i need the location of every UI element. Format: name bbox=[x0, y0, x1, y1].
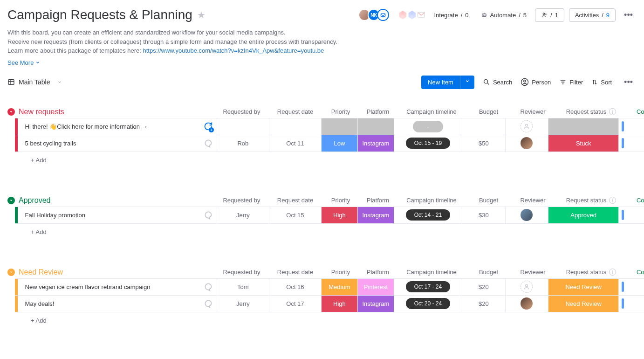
see-more-button[interactable]: See More bbox=[7, 59, 40, 66]
cell-conn[interactable] bbox=[619, 207, 644, 223]
toolbar-more-button[interactable]: ••• bbox=[620, 76, 637, 89]
new-item-button[interactable]: New Item bbox=[421, 76, 460, 89]
cell-request-date[interactable]: Oct 16 bbox=[269, 279, 322, 295]
cell-request-date[interactable]: Oct 17 bbox=[269, 296, 322, 312]
cell-request-date[interactable] bbox=[269, 118, 322, 135]
cell-requested-by[interactable]: Jerry bbox=[217, 207, 269, 223]
cell-status[interactable]: Approved bbox=[548, 207, 619, 223]
reviewer-avatar[interactable] bbox=[521, 137, 533, 149]
activities-button[interactable]: Activities / 9 bbox=[569, 8, 616, 22]
cell-reviewer[interactable] bbox=[506, 279, 549, 295]
timeline-pill[interactable]: - bbox=[413, 121, 443, 132]
col-timeline[interactable]: Campaign timeline bbox=[397, 108, 466, 115]
cell-request-date[interactable]: Oct 15 bbox=[269, 207, 322, 223]
cell-priority[interactable]: Low bbox=[322, 135, 358, 152]
add-item-row[interactable]: + Add bbox=[15, 312, 644, 329]
integrate-button[interactable]: Integrate / 0 bbox=[430, 9, 472, 21]
item-name[interactable]: May deals! bbox=[25, 300, 55, 307]
item-name[interactable]: 5 best cycling trails bbox=[25, 140, 76, 147]
group-title[interactable]: Need Review bbox=[19, 268, 63, 276]
cell-priority[interactable] bbox=[322, 118, 358, 135]
members-avatars[interactable]: NK bbox=[361, 9, 389, 21]
item-name[interactable]: Hi there! 👋Click here for more informati… bbox=[25, 123, 148, 130]
cell-platform[interactable]: Instagram bbox=[358, 135, 394, 152]
filter-button[interactable]: Filter bbox=[559, 78, 583, 86]
table-row[interactable]: Fall Holiday promotion Jerry Oct 15 High… bbox=[15, 207, 644, 223]
cell-reviewer[interactable] bbox=[506, 296, 549, 312]
conversation-icon[interactable] bbox=[204, 299, 213, 308]
collapse-icon[interactable] bbox=[7, 108, 15, 116]
add-item-row[interactable]: + Add bbox=[15, 223, 644, 240]
col-requested-by[interactable]: Requested by bbox=[215, 269, 268, 276]
cell-priority[interactable]: High bbox=[322, 296, 358, 312]
star-icon[interactable]: ★ bbox=[197, 9, 206, 21]
cell-conn[interactable] bbox=[619, 135, 644, 152]
cell-timeline[interactable]: Oct 14 - 21 bbox=[394, 207, 462, 223]
automate-button[interactable]: Automate / 5 bbox=[477, 9, 531, 21]
cell-status[interactable]: Stuck bbox=[548, 135, 619, 152]
table-row[interactable]: May deals! Jerry Oct 17 High Instagram O… bbox=[15, 295, 644, 312]
col-reviewer[interactable]: Reviewer bbox=[511, 269, 555, 276]
reviewer-avatar-empty[interactable] bbox=[521, 281, 533, 293]
view-selector[interactable]: Main Table bbox=[7, 78, 62, 86]
cell-budget[interactable]: $20 bbox=[462, 279, 506, 295]
cell-reviewer[interactable] bbox=[506, 135, 549, 152]
group-title[interactable]: New requests bbox=[19, 108, 64, 116]
person-filter-button[interactable]: Person bbox=[521, 78, 551, 86]
cell-conn[interactable] bbox=[619, 279, 644, 295]
cell-timeline[interactable]: - bbox=[394, 118, 462, 135]
col-request-date[interactable]: Request date bbox=[268, 108, 322, 115]
reviewer-avatar[interactable] bbox=[521, 209, 533, 221]
col-requested-by[interactable]: Requested by bbox=[215, 108, 268, 115]
info-icon[interactable]: i bbox=[609, 108, 616, 115]
col-timeline[interactable]: Campaign timeline bbox=[397, 197, 466, 204]
reviewer-avatar-empty[interactable] bbox=[521, 120, 533, 132]
col-conn[interactable]: Conn bbox=[627, 108, 644, 115]
cell-conn[interactable] bbox=[619, 296, 644, 312]
add-item-row[interactable]: + Add bbox=[15, 152, 644, 168]
col-request-date[interactable]: Request date bbox=[268, 269, 322, 276]
cell-timeline[interactable]: Oct 17 - 24 bbox=[394, 279, 462, 295]
group-title[interactable]: Approved bbox=[19, 196, 51, 205]
col-timeline[interactable]: Campaign timeline bbox=[397, 269, 466, 276]
table-row[interactable]: 5 best cycling trails Rob Oct 11 Low Ins… bbox=[15, 135, 644, 152]
col-status[interactable]: Request statusi bbox=[555, 269, 627, 276]
timeline-pill[interactable]: Oct 15 - 19 bbox=[406, 138, 450, 149]
invite-button[interactable]: / 1 bbox=[535, 8, 564, 22]
cell-timeline[interactable]: Oct 20 - 24 bbox=[394, 296, 462, 312]
conversation-icon[interactable] bbox=[204, 282, 213, 291]
desc-link[interactable]: https://www.youtube.com/watch?v=kzIn4Vk_… bbox=[143, 47, 324, 54]
cell-budget[interactable]: $30 bbox=[462, 207, 506, 223]
col-reviewer[interactable]: Reviewer bbox=[511, 108, 555, 115]
reviewer-avatar[interactable] bbox=[521, 297, 533, 310]
timeline-pill[interactable]: Oct 20 - 24 bbox=[406, 298, 450, 309]
col-status[interactable]: Request statusi bbox=[555, 197, 627, 204]
item-name[interactable]: New vegan ice cream flavor rebrand campa… bbox=[25, 283, 151, 290]
item-name[interactable]: Fall Holiday promotion bbox=[25, 212, 85, 219]
cell-requested-by[interactable]: Jerry bbox=[217, 296, 269, 312]
col-conn[interactable]: Conn bbox=[627, 269, 644, 276]
collapse-icon[interactable] bbox=[7, 197, 15, 204]
cell-budget[interactable] bbox=[462, 118, 506, 135]
info-icon[interactable]: i bbox=[609, 269, 616, 276]
col-conn[interactable]: Conn bbox=[627, 197, 644, 204]
cell-status[interactable]: Need Review bbox=[548, 296, 619, 312]
cell-priority[interactable]: High bbox=[322, 207, 358, 223]
col-budget[interactable]: Budget bbox=[466, 108, 511, 115]
cell-status[interactable] bbox=[548, 118, 619, 135]
col-priority[interactable]: Priority bbox=[322, 108, 359, 115]
cell-conn[interactable] bbox=[619, 118, 644, 135]
col-requested-by[interactable]: Requested by bbox=[215, 197, 268, 204]
collapse-icon[interactable] bbox=[7, 269, 15, 276]
conversation-icon[interactable] bbox=[204, 138, 213, 148]
cell-reviewer[interactable] bbox=[506, 118, 549, 135]
col-priority[interactable]: Priority bbox=[322, 197, 359, 204]
cell-requested-by[interactable]: Tom bbox=[217, 279, 269, 295]
cell-platform[interactable]: Instagram bbox=[358, 296, 394, 312]
cell-priority[interactable]: Medium bbox=[322, 279, 358, 295]
cell-budget[interactable]: $50 bbox=[462, 135, 506, 152]
cell-platform[interactable] bbox=[358, 118, 394, 135]
cell-platform[interactable]: Pinterest bbox=[358, 279, 394, 295]
info-icon[interactable]: i bbox=[609, 197, 616, 204]
table-row[interactable]: New vegan ice cream flavor rebrand campa… bbox=[15, 278, 644, 295]
